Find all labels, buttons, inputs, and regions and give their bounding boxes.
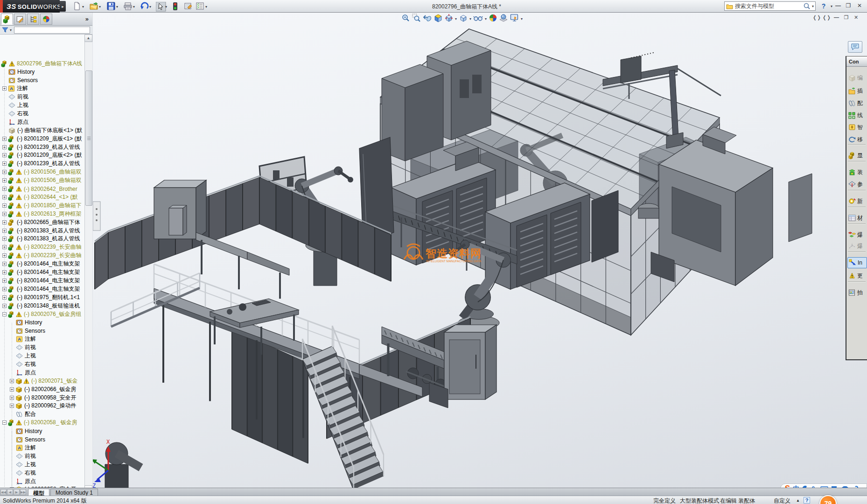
tree-item[interactable]: +(-) 82001850_曲轴箱下 (0, 201, 84, 210)
apply-scene-icon[interactable] (499, 14, 508, 24)
expander-icon[interactable]: + (2, 287, 7, 291)
tab-featuremanager[interactable] (1, 14, 13, 25)
tree-item[interactable]: +(-) 82000962_操动件 (0, 402, 84, 410)
hide-show-items-icon[interactable] (473, 14, 483, 24)
model-partial-robot[interactable] (99, 442, 141, 488)
options-icon[interactable] (196, 2, 205, 11)
pane-item-linear-component-pattern[interactable]: 线 (847, 110, 867, 121)
tree-item[interactable]: −(-) 82002076_钣金房组 (0, 310, 84, 318)
expander-icon[interactable]: + (2, 262, 7, 266)
tab-scroll-prev-icon[interactable]: ◀ (7, 489, 13, 495)
tree-item[interactable]: 右视 (0, 469, 84, 477)
toolbar-flyout-arrow[interactable]: ▸ (60, 1, 66, 12)
search-box[interactable]: 搜索文件与模型 ▾ (724, 1, 816, 11)
model-edge-panel[interactable] (93, 202, 100, 231)
pane-item-edit-component[interactable]: 编 (847, 72, 867, 84)
tab-scroll-last-icon[interactable]: ▶▶ (20, 489, 26, 495)
assembly-3d-model[interactable]: 智造资料网INTELLIGENT MANUFACTURING DATAXYZ (93, 13, 867, 488)
tree-item[interactable]: +(-) 82001506_曲轴箱双 (0, 176, 84, 185)
edit-appearance-icon[interactable] (489, 14, 497, 24)
pane-item-smart-fasteners[interactable]: 智 (847, 122, 867, 133)
previous-view-icon[interactable] (423, 14, 432, 24)
expander-icon[interactable]: + (10, 379, 14, 383)
expander-icon[interactable]: + (2, 86, 7, 91)
tree-item[interactable]: 上视 (0, 101, 84, 110)
tree-item[interactable]: 注解 (0, 335, 84, 343)
expander-icon[interactable]: + (2, 145, 7, 149)
tree-item[interactable]: 原点 (0, 368, 84, 377)
tree-item[interactable]: 上视 (0, 352, 84, 360)
pane-item-move-component[interactable]: 移 (847, 134, 867, 145)
expander-icon[interactable]: − (2, 420, 7, 425)
pane-item-insert-components[interactable]: 插 (847, 85, 867, 97)
tree-item[interactable]: +(-) 82001464_电主轴支架 (0, 260, 84, 268)
tree-item[interactable]: 82002796_曲轴箱下体A线 (0, 59, 84, 68)
tree-item[interactable]: +(-) 82001975_翻转机.1<1 (0, 293, 84, 301)
open-icon-dropdown[interactable]: ▾ (99, 5, 103, 9)
tree-item[interactable]: History (0, 68, 84, 76)
expander-icon[interactable]: + (2, 237, 7, 241)
tree-item[interactable]: +(-) 82002239_长安曲轴 (0, 243, 84, 252)
expander-icon[interactable]: + (10, 387, 14, 392)
save-icon[interactable] (107, 2, 116, 11)
expander-icon[interactable]: + (2, 170, 7, 174)
search-icon[interactable] (803, 2, 811, 10)
print-icon[interactable] (124, 2, 133, 11)
section-view-icon[interactable] (434, 14, 442, 24)
tab-model[interactable]: 模型 (28, 489, 49, 496)
panel-tabs-expand[interactable]: » (85, 15, 89, 22)
expander-icon[interactable]: + (2, 220, 7, 224)
pane-item-assembly-features[interactable]: 装 (847, 167, 867, 178)
expander-icon[interactable]: + (10, 404, 14, 408)
tree-item[interactable]: +(-) 82002239_长安曲轴 (0, 252, 84, 260)
tree-item[interactable]: 前视 (0, 93, 84, 101)
tree-item[interactable]: +(-) 82001239_机器人管线 (0, 143, 84, 151)
tree-item[interactable]: 注解 (0, 443, 84, 452)
expander-icon[interactable]: + (2, 253, 7, 258)
view-orientation-icon[interactable] (444, 14, 453, 24)
tree-item[interactable]: 上视 (0, 460, 84, 469)
tab-scroll-next-icon[interactable]: ▶ (14, 489, 20, 495)
search-dropdown[interactable]: ▾ (812, 4, 814, 8)
minimize-button[interactable]: — (833, 2, 843, 9)
expander-icon[interactable]: + (2, 137, 7, 141)
open-icon[interactable] (90, 2, 98, 11)
expander-icon[interactable]: + (10, 396, 14, 400)
tab-displaymanager[interactable] (40, 14, 52, 25)
pane-item-show-hidden-components[interactable]: 显 (847, 150, 867, 161)
expander-icon[interactable]: + (2, 203, 7, 208)
expander-icon[interactable]: + (2, 245, 7, 249)
tree-item[interactable]: 前视 (0, 452, 84, 460)
comment-bubble-button[interactable] (848, 41, 862, 53)
tree-item[interactable]: Sensors (0, 435, 84, 444)
tree-item[interactable]: 右视 (0, 109, 84, 118)
filter-icon[interactable] (2, 27, 8, 33)
tree-item[interactable]: +(-) 82001239_机器人管线 (0, 160, 84, 168)
tree-item[interactable]: +(-) 82002644_<1> (默 (0, 193, 84, 201)
tree-item[interactable]: History (0, 427, 84, 435)
tab-scroll-first-icon[interactable]: ◀◀ (0, 489, 7, 495)
view-settings-dropdown[interactable]: ▾ (521, 17, 523, 21)
tree-item[interactable]: +(-) 82001348_板链输送机 (0, 301, 84, 310)
expander-icon[interactable]: − (2, 312, 7, 316)
tree-item[interactable]: +(-) 82002642_Brother (0, 185, 84, 193)
expander-icon[interactable]: + (2, 279, 7, 283)
tree-item[interactable]: −(-) 82002058_ 钣金房 (0, 419, 84, 427)
tree-item[interactable]: Sensors (0, 327, 84, 335)
expander-icon[interactable]: + (2, 161, 7, 166)
tab-configurationmanager[interactable] (27, 14, 39, 25)
expander-icon[interactable]: + (2, 295, 7, 300)
close-button[interactable]: ✕ (855, 2, 864, 9)
pane-item-instant3d[interactable]: In (847, 257, 867, 268)
pane-item-explode-line-sketch[interactable]: 爆 (847, 240, 867, 252)
status-custom[interactable]: 自定义 (774, 497, 790, 504)
tree-item[interactable]: Sensors (0, 76, 84, 84)
options-icon-dropdown[interactable]: ▾ (205, 5, 209, 9)
select-icon-dropdown[interactable]: ▾ (165, 5, 169, 9)
hide-show-items-dropdown[interactable]: ▾ (485, 17, 487, 21)
status-help-icon[interactable]: ? (804, 497, 810, 504)
tree-item[interactable]: 原点 (0, 118, 84, 126)
restore-button[interactable]: ❐ (844, 2, 853, 9)
pane-item-take-snapshot[interactable]: 拍 (847, 287, 867, 298)
expander-icon[interactable]: + (2, 195, 7, 199)
